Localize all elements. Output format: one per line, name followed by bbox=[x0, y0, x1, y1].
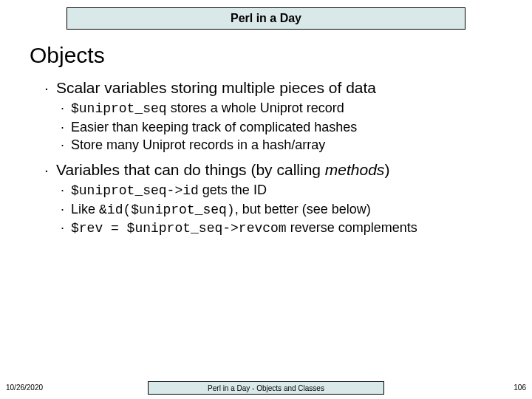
bullet-1: Scalar variables storing multiple pieces… bbox=[44, 78, 510, 98]
bullet-1-1: $uniprot_seq stores a whole Uniprot reco… bbox=[44, 99, 510, 117]
bullet-2-2: Like &id($uniprot_seq), but better (see … bbox=[44, 200, 510, 219]
header-title: Perl in a Day bbox=[231, 12, 301, 25]
plain-text: gets the ID bbox=[199, 183, 267, 197]
bullet-1-2: Easier than keeping track of complicated… bbox=[44, 118, 510, 136]
footer-date: 10/26/2020 bbox=[6, 383, 43, 392]
italic-text: methods bbox=[325, 161, 385, 178]
code-text: $rev = $uniprot_seq->revcom bbox=[71, 221, 287, 236]
footer-bar: Perl in a Day - Objects and Classes bbox=[148, 381, 384, 395]
plain-text: , but better (see below) bbox=[235, 202, 371, 216]
code-text: &id($uniprot_seq) bbox=[99, 202, 235, 217]
plain-text: Like bbox=[71, 202, 99, 216]
code-text: $uniprot_seq bbox=[71, 101, 167, 116]
header-bar: Perl in a Day bbox=[66, 7, 466, 30]
plain-text: Variables that can do things (by calling bbox=[56, 161, 325, 178]
bullet-1-text: Scalar variables storing multiple pieces… bbox=[56, 79, 376, 96]
bullet-2-3: $rev = $uniprot_seq->revcom reverse comp… bbox=[44, 219, 510, 237]
bullet-block-1: Scalar variables storing multiple pieces… bbox=[44, 78, 510, 154]
plain-text: ) bbox=[384, 161, 389, 178]
bullet-2: Variables that can do things (by calling… bbox=[44, 160, 510, 180]
slide-content: Scalar variables storing multiple pieces… bbox=[44, 78, 510, 237]
plain-text: Store many Uniprot records in a hash/arr… bbox=[71, 137, 325, 152]
plain-text: stores a whole Uniprot record bbox=[167, 100, 344, 115]
code-text: $uniprot_seq->id bbox=[71, 183, 199, 198]
footer-page-number: 106 bbox=[514, 383, 526, 392]
slide-title: Objects bbox=[30, 43, 105, 68]
bullet-block-2: Variables that can do things (by calling… bbox=[44, 160, 510, 237]
bullet-1-3: Store many Uniprot records in a hash/arr… bbox=[44, 136, 510, 154]
footer-center-text: Perl in a Day - Objects and Classes bbox=[208, 384, 324, 392]
plain-text: reverse complements bbox=[287, 220, 417, 235]
plain-text: Easier than keeping track of complicated… bbox=[71, 120, 357, 134]
bullet-2-1: $uniprot_seq->id gets the ID bbox=[44, 181, 510, 200]
